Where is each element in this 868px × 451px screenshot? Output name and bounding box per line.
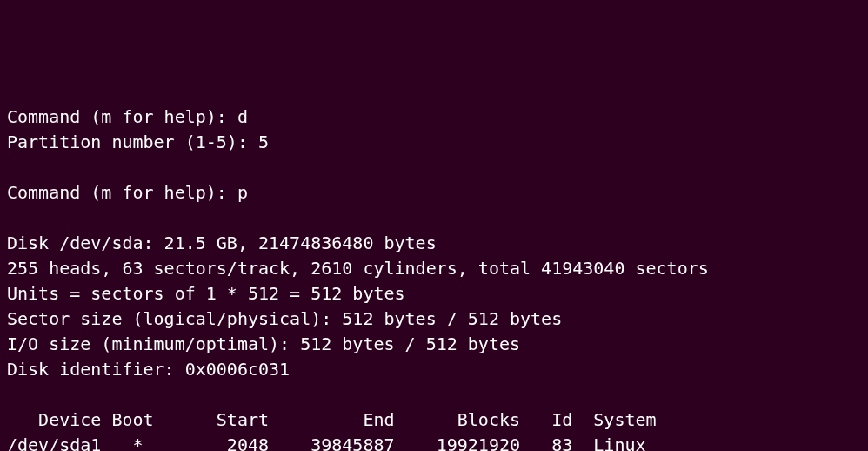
prompt-command-2: Command (m for help): p bbox=[7, 180, 861, 205]
partition-table-row: /dev/sda1 * 2048 39845887 19921920 83 Li… bbox=[7, 433, 861, 451]
prompt-label: Command (m for help): bbox=[7, 182, 237, 203]
partition-table-header: Device Boot Start End Blocks Id System bbox=[7, 407, 861, 433]
disk-sector-size-line: Sector size (logical/physical): 512 byte… bbox=[7, 306, 861, 332]
blank-line bbox=[7, 155, 861, 180]
disk-units-line: Units = sectors of 1 * 512 = 512 bytes bbox=[7, 281, 861, 306]
user-input: d bbox=[237, 106, 248, 127]
disk-geometry-line: 255 heads, 63 sectors/track, 2610 cylind… bbox=[7, 256, 861, 281]
disk-io-size-line: I/O size (minimum/optimal): 512 bytes / … bbox=[7, 332, 861, 357]
prompt-label: Command (m for help): bbox=[7, 106, 237, 127]
prompt-label: Partition number (1-5): bbox=[7, 131, 258, 152]
user-input: p bbox=[237, 182, 248, 203]
prompt-partition-number: Partition number (1-5): 5 bbox=[7, 130, 861, 155]
prompt-command-1: Command (m for help): d bbox=[7, 104, 861, 130]
disk-identifier-line: Disk identifier: 0x0006c031 bbox=[7, 357, 861, 382]
blank-line bbox=[7, 382, 861, 407]
user-input: 5 bbox=[258, 131, 269, 152]
blank-line bbox=[7, 205, 861, 231]
disk-summary-line: Disk /dev/sda: 21.5 GB, 21474836480 byte… bbox=[7, 231, 861, 256]
